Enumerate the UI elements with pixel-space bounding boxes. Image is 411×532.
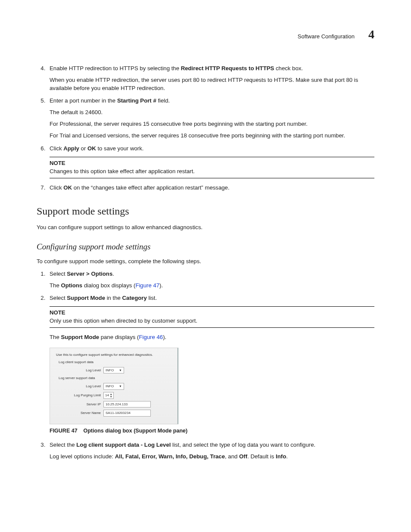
support-step-3-para-2: Log level options include: All, Fatal, E… xyxy=(50,452,374,460)
step-5-text: Enter a port number in the Starting Port… xyxy=(50,97,170,104)
step-7: Click OK on the “changes take effect aft… xyxy=(47,184,374,192)
support-step-1-para-2: The Options dialog box displays (Figure … xyxy=(50,281,374,289)
spinner-arrows-icon: ▴▾ xyxy=(110,393,112,398)
support-step-3-text: Select the Log client support data - Log… xyxy=(50,442,315,448)
server-group-label: Log server support data xyxy=(59,376,171,381)
header-title: Software Configuration xyxy=(298,33,355,41)
step-6: Click Apply or OK to save your work. NOT… xyxy=(47,144,374,178)
support-step-3: Select the Log client support data - Log… xyxy=(47,441,374,460)
step-5-para-2: The default is 24600. xyxy=(50,108,374,116)
step-5-para-4: For Trial and Licensed versions, the ser… xyxy=(50,131,374,140)
intro-para-support: You can configure support settings to al… xyxy=(37,223,374,231)
figure-caption: FIGURE 47 Options dialog box (Support Mo… xyxy=(50,427,374,435)
note-body: Only use this option when directed to by… xyxy=(50,317,374,325)
note-body: Changes to this option take effect after… xyxy=(50,167,374,175)
server-log-level-select[interactable]: INFO ▼ xyxy=(103,383,124,390)
procedure-list-support: Select Server > Options. The Options dia… xyxy=(37,270,374,460)
server-ip-field[interactable]: 10.25.224.133 xyxy=(103,401,151,408)
chapter-number: 4 xyxy=(368,26,374,44)
step-4-para-2: When you enable HTTP redirection, the se… xyxy=(50,76,374,92)
server-ip-label: Server IP xyxy=(65,402,101,407)
step-7-text: Click OK on the “changes take effect aft… xyxy=(50,184,230,191)
step-4-text: Enable HTTP redirection to HTTPS by sele… xyxy=(50,65,303,72)
support-step-1: Select Server > Options. The Options dia… xyxy=(47,270,374,289)
support-step-1-text: Select Server > Options. xyxy=(50,271,114,277)
note-label: NOTE xyxy=(50,308,374,317)
options-dialog-support-mode-pane: Use this to configure support settings f… xyxy=(50,348,178,424)
client-log-level-select[interactable]: INFO ▼ xyxy=(103,367,124,374)
log-purging-limit-label: Log Purging Limit xyxy=(65,393,101,398)
chevron-down-icon: ▼ xyxy=(119,368,122,373)
heading-support-mode-settings: Support mode settings xyxy=(37,204,374,219)
note-label: NOTE xyxy=(50,159,374,167)
step-6-note: NOTE Changes to this option take effect … xyxy=(50,157,374,178)
heading-configuring-support-mode: Configuring support mode settings xyxy=(37,241,374,253)
step-4: Enable HTTP redirection to HTTPS by sele… xyxy=(47,64,374,92)
step-5: Enter a port number in the Starting Port… xyxy=(47,96,374,140)
server-name-label: Server Name xyxy=(65,411,101,416)
procedure-list-continued: Enable HTTP redirection to HTTPS by sele… xyxy=(37,64,374,192)
step-5-para-3: For Professional, the server requires 15… xyxy=(50,120,374,128)
server-log-level-label: Log Level xyxy=(65,384,101,389)
log-purging-limit-spinner[interactable]: 14 ▴▾ xyxy=(103,392,114,399)
figure-label: FIGURE 47 xyxy=(50,428,78,434)
step-6-text: Click Apply or OK to save your work. xyxy=(50,145,143,152)
intro-para-configuring: To configure support mode settings, comp… xyxy=(37,257,374,265)
support-step-2-text: Select Support Mode in the Category list… xyxy=(50,295,157,301)
server-name-field[interactable]: SA11-18203234 xyxy=(103,410,151,417)
client-group-label: Log client support data xyxy=(59,360,171,365)
figure-caption-text: Options dialog box (Support Mode pane) xyxy=(84,428,188,434)
chevron-down-icon: ▼ xyxy=(119,384,122,389)
running-header: Software Configuration 4 xyxy=(37,26,374,44)
figure-46-link[interactable]: Figure 46 xyxy=(139,334,163,340)
support-step-2-para-2: The Support Mode pane displays (Figure 4… xyxy=(50,333,374,341)
support-step-2: Select Support Mode in the Category list… xyxy=(47,294,374,435)
support-step-2-note: NOTE Only use this option when directed … xyxy=(50,306,374,328)
figure-47-link[interactable]: Figure 47 xyxy=(135,282,159,289)
dialog-description: Use this to configure support settings f… xyxy=(56,352,171,358)
client-log-level-label: Log Level xyxy=(65,368,101,373)
